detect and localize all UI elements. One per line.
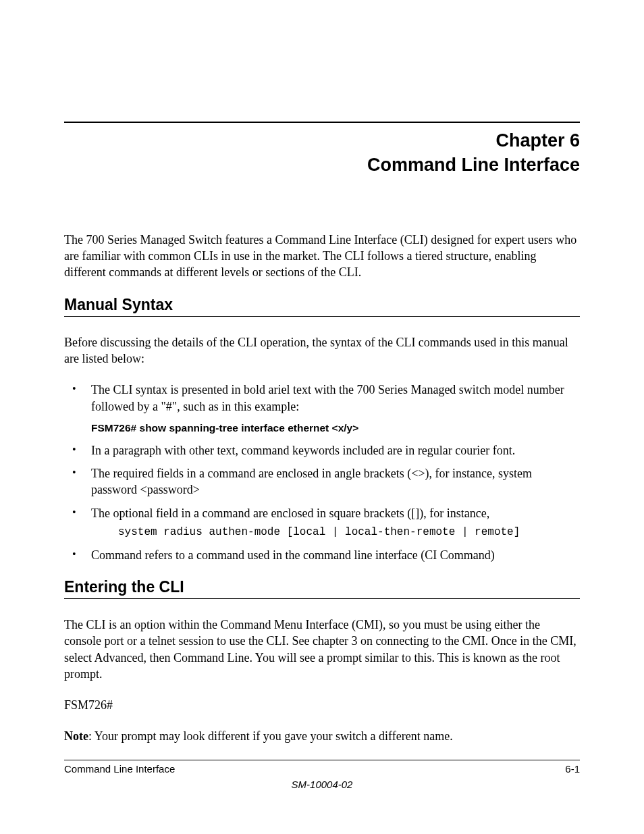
note-paragraph: Note: Your prompt may look different if … <box>64 728 580 744</box>
list-item: The CLI syntax is presented in bold arie… <box>64 382 580 436</box>
section-heading-manual-syntax: Manual Syntax <box>64 296 580 317</box>
cli-example-mono: system radius authen-mode [local | local… <box>118 525 580 540</box>
section1-lead: Before discussing the details of the CLI… <box>64 334 580 367</box>
cli-example-bold: FSM726# show spanning-tree interface eth… <box>91 421 580 436</box>
bullet-text: The optional field in a command are encl… <box>91 506 489 520</box>
note-text: : Your prompt may look different if you … <box>88 729 453 743</box>
list-item: Command refers to a command used in the … <box>64 547 580 563</box>
section2-para1: The CLI is an option within the Command … <box>64 617 580 682</box>
footer-row: Command Line Interface 6-1 <box>64 763 580 775</box>
chapter-title: Chapter 6 Command Line Interface <box>64 128 580 178</box>
top-horizontal-rule <box>64 122 580 123</box>
note-label: Note <box>64 729 88 743</box>
footer-center: SM-10004-02 <box>64 779 580 790</box>
syntax-bullet-list: The CLI syntax is presented in bold arie… <box>64 382 580 563</box>
root-prompt: FSM726# <box>64 697 580 713</box>
footer-right: 6-1 <box>565 763 580 775</box>
list-item: The required fields in a command are enc… <box>64 465 580 498</box>
list-item: In a paragraph with other text, command … <box>64 442 580 459</box>
intro-paragraph: The 700 Series Managed Switch features a… <box>64 232 580 281</box>
document-page: Chapter 6 Command Line Interface The 700… <box>0 0 644 834</box>
chapter-name: Command Line Interface <box>367 155 580 175</box>
bullet-text: The CLI syntax is presented in bold arie… <box>91 383 564 413</box>
list-item: The optional field in a command are encl… <box>64 505 580 540</box>
section-heading-entering-cli: Entering the CLI <box>64 578 580 599</box>
chapter-number: Chapter 6 <box>495 130 580 151</box>
footer-horizontal-rule <box>64 760 580 760</box>
footer-left: Command Line Interface <box>64 763 175 775</box>
